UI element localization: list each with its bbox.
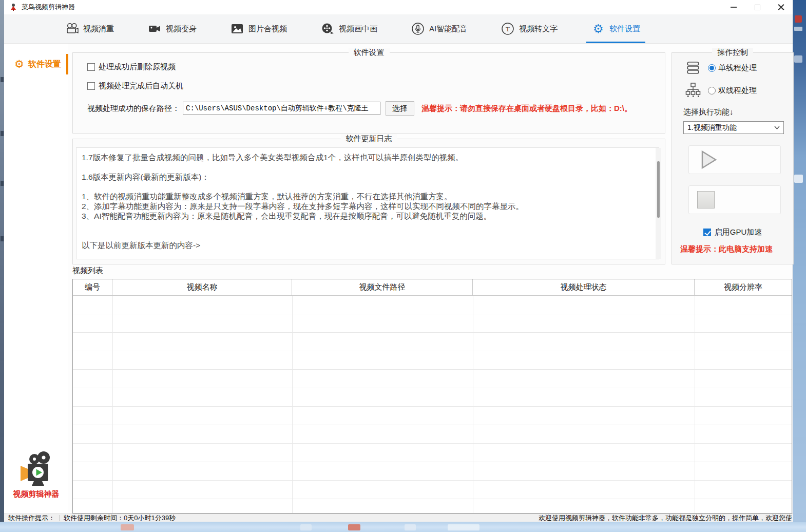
gpu-tip: 温馨提示：此电脑支持加速 bbox=[680, 244, 793, 254]
save-path-label: 视频处理成功的保存路径： bbox=[87, 104, 180, 113]
function-select-value: 1.视频消重功能 bbox=[687, 123, 737, 132]
microphone-icon bbox=[411, 22, 425, 35]
gear-icon: ⚙ bbox=[14, 59, 24, 70]
status-welcome-text: 欢迎使用视频剪辑神器，软件功能非常多，功能都是独立分明的，操作简单，欢迎您使 bbox=[539, 514, 793, 522]
maximize-icon bbox=[755, 5, 760, 10]
gear-icon: ⚙ bbox=[591, 22, 605, 35]
taskbar-item[interactable] bbox=[348, 524, 360, 530]
play-icon bbox=[697, 148, 720, 171]
double-thread-radio[interactable] bbox=[708, 87, 716, 94]
title-bar: 菜鸟视频剪辑神器 bbox=[4, 0, 793, 14]
column-divider bbox=[473, 296, 473, 513]
tab-ai-dubbing[interactable]: AI智能配音 bbox=[404, 14, 474, 43]
tab-video-dedupe[interactable]: 视频消重 bbox=[58, 14, 121, 43]
desktop-edge-left bbox=[0, 0, 4, 522]
column-divider bbox=[292, 296, 293, 513]
app-icon bbox=[9, 3, 17, 11]
tab-video-to-text[interactable]: T 视频转文字 bbox=[494, 14, 565, 43]
gpu-checkbox[interactable] bbox=[703, 229, 711, 236]
desktop-icon-fragment bbox=[1, 236, 4, 241]
column-header[interactable]: 编号 bbox=[73, 279, 112, 295]
active-indicator bbox=[66, 54, 68, 74]
status-bar: 软件操作提示： 软件使用剩余时间：0天0小时1分39秒 欢迎使用视频剪辑神器，软… bbox=[4, 514, 793, 522]
checkbox-label: 启用GPU加速 bbox=[715, 227, 762, 237]
status-time-text: 软件使用剩余时间：0天0小时1分39秒 bbox=[64, 514, 176, 522]
column-header[interactable]: 视频分辨率 bbox=[695, 279, 792, 295]
column-header[interactable]: 视频处理状态 bbox=[473, 279, 695, 295]
app-logo: 视频剪辑神器 bbox=[4, 451, 68, 499]
logo-label: 视频剪辑神器 bbox=[4, 489, 68, 499]
tab-label: 视频变身 bbox=[166, 24, 197, 34]
column-header[interactable]: 视频名称 bbox=[112, 279, 292, 295]
gpu-checkbox-row[interactable]: 启用GPU加速 bbox=[672, 227, 793, 237]
checkbox-label: 视频处理完成后自动关机 bbox=[99, 81, 183, 91]
update-log-text[interactable]: 1.7版本修复了批量合成视频的问题，比如导入多个美女类型视频合成1个，这样也可以… bbox=[76, 147, 659, 259]
taskbar-item[interactable] bbox=[121, 524, 134, 530]
windows-taskbar[interactable] bbox=[0, 522, 806, 532]
tab-label: 视频转文字 bbox=[519, 24, 558, 34]
status-divider bbox=[59, 515, 60, 521]
desktop-icon-fragment bbox=[1, 181, 4, 186]
window-title: 菜鸟视频剪辑神器 bbox=[22, 3, 75, 12]
taskbar-item[interactable] bbox=[405, 524, 416, 530]
video-list-body[interactable] bbox=[73, 296, 792, 513]
film-reel-icon bbox=[321, 22, 334, 35]
save-path-input[interactable] bbox=[183, 102, 380, 115]
tab-label: 软件设置 bbox=[609, 24, 640, 34]
auto-shutdown-checkbox[interactable] bbox=[87, 82, 95, 90]
picture-icon bbox=[231, 22, 244, 35]
start-button[interactable] bbox=[688, 145, 781, 174]
maximize-button[interactable] bbox=[745, 0, 769, 14]
delete-source-checkbox[interactable] bbox=[87, 63, 95, 71]
tab-label: 视频画中画 bbox=[339, 24, 377, 34]
function-select-label: 选择执行功能↓ bbox=[683, 107, 793, 117]
column-header[interactable]: 视频文件路径 bbox=[292, 279, 473, 295]
movie-camera-logo-icon bbox=[16, 451, 56, 487]
film-camera-icon bbox=[65, 22, 79, 35]
sidebar-item-settings[interactable]: ⚙ 软件设置 bbox=[4, 53, 68, 75]
minimize-button[interactable] bbox=[722, 0, 745, 14]
radio-label: 双线程处理 bbox=[718, 86, 757, 96]
video-list-table[interactable]: 编号 视频名称 视频文件路径 视频处理状态 视频分辨率 bbox=[72, 279, 792, 514]
function-select[interactable]: 1.视频消重功能 bbox=[683, 121, 784, 134]
browse-button[interactable]: 选择 bbox=[386, 101, 414, 116]
desktop-icon-fragment bbox=[795, 15, 802, 23]
tab-image-to-video[interactable]: 图片合视频 bbox=[223, 14, 294, 43]
text-circle-icon: T bbox=[501, 22, 514, 35]
desktop-icon-fragment bbox=[1, 77, 4, 82]
delete-source-checkbox-row[interactable]: 处理成功后删除原视频 bbox=[87, 62, 665, 72]
stop-button[interactable] bbox=[688, 185, 781, 214]
column-divider bbox=[112, 296, 113, 513]
update-log-groupbox: 软件更新日志 1.7版本修复了批量合成视频的问题，比如导入多个美女类型视频合成1… bbox=[72, 139, 665, 264]
single-thread-radio-option[interactable]: 单线程处理 bbox=[708, 63, 757, 73]
scrollbar-thumb[interactable] bbox=[657, 161, 660, 218]
auto-shutdown-checkbox-row[interactable]: 视频处理完成后自动关机 bbox=[87, 81, 665, 91]
operation-control-groupbox: 操作控制 单线程处理 bbox=[671, 52, 794, 264]
chevron-down-icon bbox=[774, 126, 780, 129]
double-thread-radio-option[interactable]: 双线程处理 bbox=[708, 86, 757, 96]
sidebar: ⚙ 软件设置 视频剪辑神器 bbox=[4, 44, 68, 514]
tab-video-transform[interactable]: 视频变身 bbox=[141, 14, 204, 43]
main-nav: 视频消重 视频变身 bbox=[4, 14, 793, 44]
tab-video-pip[interactable]: 视频画中画 bbox=[314, 14, 385, 43]
video-list-title: 视频列表 bbox=[72, 266, 103, 276]
taskbar-item[interactable] bbox=[300, 524, 312, 530]
checkbox-label: 处理成功后删除原视频 bbox=[99, 62, 176, 72]
save-path-warning: 温馨提示：请勿直接保存在桌面或者硬盘根目录，比如：D:\。 bbox=[421, 104, 632, 113]
sidebar-item-label: 软件设置 bbox=[28, 59, 61, 70]
groupbox-title: 软件设置 bbox=[349, 48, 390, 58]
tab-label: 视频消重 bbox=[83, 24, 114, 34]
tab-software-settings[interactable]: ⚙ 软件设置 bbox=[584, 14, 647, 43]
desktop-icon-fragment bbox=[794, 175, 803, 183]
desktop-icon-fragment bbox=[794, 27, 802, 31]
minimize-icon bbox=[731, 7, 737, 8]
save-path-row: 视频处理成功的保存路径： 选择 温馨提示：请勿直接保存在桌面或者硬盘根目录，比如… bbox=[87, 101, 665, 116]
settings-groupbox: 软件设置 处理成功后删除原视频 视频处理完成后自动关机 视频处理成功的保存路径：… bbox=[72, 52, 665, 134]
close-button[interactable] bbox=[769, 0, 793, 14]
app-window: 菜鸟视频剪辑神器 视频消重 bbox=[4, 0, 793, 522]
screen: 菜鸟视频剪辑神器 视频消重 bbox=[0, 0, 806, 532]
update-log-scrollbar[interactable] bbox=[656, 148, 661, 259]
taskbar-item[interactable] bbox=[448, 524, 479, 530]
tab-label: AI智能配音 bbox=[429, 24, 467, 34]
single-thread-radio[interactable] bbox=[708, 64, 716, 72]
